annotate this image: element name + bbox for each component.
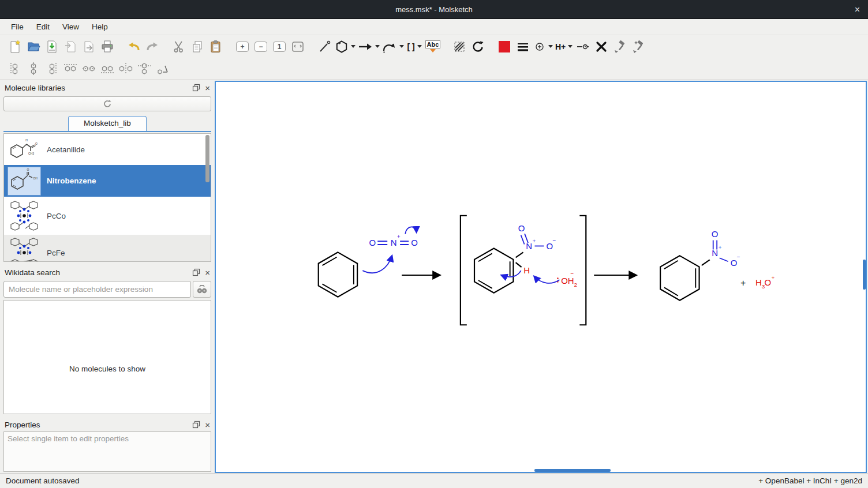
menu-help[interactable]: Help bbox=[85, 19, 114, 35]
window-close-button[interactable]: × bbox=[855, 0, 860, 19]
undo-button[interactable] bbox=[126, 38, 142, 55]
close-panel-icon[interactable]: × bbox=[205, 421, 210, 429]
align-right-tool[interactable] bbox=[44, 60, 60, 77]
charge-tool[interactable] bbox=[533, 38, 553, 55]
bracket-left[interactable] bbox=[461, 216, 467, 325]
list-item-acetanilide[interactable]: H O CH3 Acetanilide bbox=[4, 134, 211, 165]
menu-file[interactable]: File bbox=[5, 19, 30, 35]
list-item-pcfe[interactable]: PcFe bbox=[4, 235, 211, 262]
bracket-tool-dropdown[interactable] bbox=[417, 45, 422, 48]
text-tool[interactable]: Abc bbox=[425, 38, 441, 55]
align-vcenter-icon bbox=[26, 61, 41, 76]
drawing-canvas[interactable]: O N + O bbox=[215, 81, 867, 473]
svg-text:H: H bbox=[755, 278, 762, 287]
rearomatization-arrow[interactable] bbox=[502, 271, 521, 277]
print-button[interactable] bbox=[99, 38, 115, 55]
attack-arrow[interactable] bbox=[362, 256, 392, 273]
zoom-reset-button[interactable]: 1 bbox=[271, 38, 287, 55]
svg-text:O: O bbox=[411, 239, 418, 248]
distribute-horizontal-tool[interactable] bbox=[118, 60, 134, 77]
hydrogen-tool-dropdown[interactable] bbox=[568, 45, 573, 48]
molecule-search-input[interactable] bbox=[3, 281, 191, 298]
hydrogen-tool[interactable]: H+ bbox=[555, 38, 573, 55]
canvas-horizontal-scrollbar[interactable] bbox=[534, 469, 611, 472]
properties-panel-title: Properties bbox=[5, 421, 192, 429]
main-area: Molecule libraries × Molsketch_lib bbox=[0, 80, 868, 473]
zoom-out-button[interactable]: − bbox=[253, 38, 269, 55]
export-button[interactable] bbox=[81, 38, 97, 55]
svg-text:H: H bbox=[25, 138, 28, 142]
product-nitrobenzene[interactable]: N + O O − bbox=[660, 230, 740, 301]
set-angle-tool[interactable] bbox=[155, 60, 171, 77]
ring-tool[interactable] bbox=[335, 38, 356, 55]
electron-loop-arrow[interactable] bbox=[405, 227, 416, 234]
align-hcenter-tool[interactable] bbox=[81, 60, 97, 77]
float-panel-icon[interactable] bbox=[192, 268, 200, 276]
close-panel-icon[interactable]: × bbox=[205, 84, 210, 92]
menu-view[interactable]: View bbox=[56, 19, 85, 35]
search-button[interactable] bbox=[193, 281, 211, 298]
rotate-tool[interactable] bbox=[470, 38, 486, 55]
properties-hint: Select single item to edit properties bbox=[8, 434, 129, 443]
list-item-label: PcCo bbox=[47, 212, 66, 220]
optimize-structure-tool[interactable] bbox=[612, 38, 628, 55]
library-list-scrollbar[interactable] bbox=[205, 135, 209, 182]
align-bottom-tool[interactable] bbox=[99, 60, 115, 77]
redo-icon bbox=[145, 40, 159, 54]
align-hcenter-icon bbox=[81, 61, 96, 76]
cut-button[interactable] bbox=[171, 38, 187, 55]
tab-molsketch-lib[interactable]: Molsketch_lib bbox=[68, 116, 147, 131]
svg-text:+: + bbox=[719, 244, 722, 250]
align-vcenter-tool[interactable] bbox=[25, 60, 42, 77]
hydronium-ion[interactable]: H 3 O + bbox=[755, 275, 775, 290]
mechanism-arrow-tool[interactable] bbox=[382, 38, 404, 55]
hydroxide-base[interactable]: OH − 2 bbox=[557, 271, 577, 288]
undo-icon bbox=[127, 40, 141, 54]
pcco-structure-thumbnail bbox=[8, 198, 41, 234]
draw-bond-tool[interactable] bbox=[316, 38, 332, 55]
nitronium-ion[interactable]: O N + O bbox=[369, 233, 417, 248]
svg-text:O: O bbox=[27, 168, 29, 171]
mechanism-arrow-dropdown[interactable] bbox=[399, 45, 404, 48]
canvas-vertical-scrollbar[interactable] bbox=[863, 260, 866, 290]
zoom-in-button[interactable]: + bbox=[234, 38, 250, 55]
distribute-vertical-tool[interactable] bbox=[136, 60, 152, 77]
list-item-pcco[interactable]: PcCo bbox=[4, 197, 211, 235]
line-width-button[interactable] bbox=[515, 38, 531, 55]
close-panel-icon[interactable]: × bbox=[205, 268, 210, 277]
copy-button[interactable] bbox=[189, 38, 205, 55]
list-item-label: Nitrobenzene bbox=[47, 177, 96, 185]
svg-text:2: 2 bbox=[574, 281, 578, 288]
refresh-libraries-button[interactable] bbox=[3, 96, 211, 111]
redo-button[interactable] bbox=[144, 38, 160, 55]
list-item-nitrobenzene[interactable]: O OH Nitrobenzene bbox=[4, 165, 211, 197]
svg-text:−: − bbox=[737, 254, 740, 260]
align-top-tool[interactable] bbox=[62, 60, 78, 77]
save-as-button[interactable] bbox=[62, 38, 78, 55]
float-panel-icon[interactable] bbox=[192, 421, 200, 429]
arrow-tool-dropdown[interactable] bbox=[375, 45, 380, 48]
svg-text:O: O bbox=[765, 278, 772, 287]
paste-button[interactable] bbox=[208, 38, 224, 55]
save-button[interactable] bbox=[44, 38, 60, 55]
new-document-button[interactable] bbox=[7, 38, 23, 55]
zoom-fit-button[interactable] bbox=[290, 38, 306, 55]
delete-tool[interactable] bbox=[593, 38, 609, 55]
generate-coordinates-tool[interactable] bbox=[630, 38, 646, 55]
hatch-area-tool[interactable] bbox=[451, 38, 467, 55]
bracket-tool[interactable]: [ ] bbox=[406, 38, 422, 55]
open-file-button[interactable] bbox=[25, 38, 42, 55]
arrow-tool[interactable] bbox=[358, 38, 380, 55]
lone-pair-tool[interactable] bbox=[575, 38, 591, 55]
align-left-tool[interactable] bbox=[7, 60, 23, 77]
lone-pair-icon bbox=[575, 40, 590, 54]
ring-tool-dropdown[interactable] bbox=[351, 45, 356, 48]
deprotonation-arrow[interactable] bbox=[534, 276, 560, 283]
float-panel-icon[interactable] bbox=[192, 84, 200, 92]
menu-edit[interactable]: Edit bbox=[30, 19, 56, 35]
reactant-benzene[interactable] bbox=[319, 252, 357, 296]
bracket-right[interactable] bbox=[579, 216, 586, 325]
color-swatch-button[interactable] bbox=[496, 38, 512, 55]
distribute-horizontal-icon bbox=[118, 61, 133, 76]
charge-tool-dropdown[interactable] bbox=[548, 45, 553, 48]
